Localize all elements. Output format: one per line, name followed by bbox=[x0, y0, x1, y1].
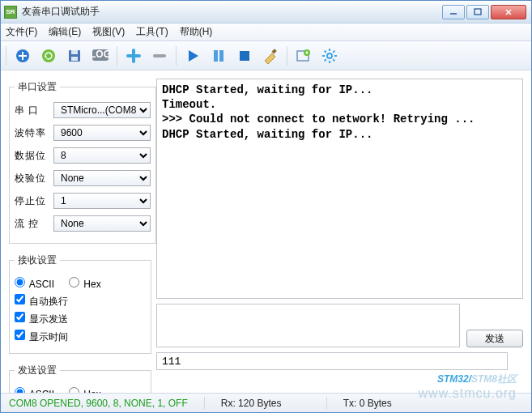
parity-label: 校验位 bbox=[15, 172, 50, 185]
minus-icon[interactable] bbox=[148, 45, 171, 67]
flow-label: 流 控 bbox=[15, 217, 50, 231]
stop-label: 停止位 bbox=[15, 194, 50, 208]
menu-file[interactable]: 文件(F) bbox=[6, 25, 37, 39]
minimize-button[interactable] bbox=[442, 5, 465, 19]
baud-label: 波特率 bbox=[15, 126, 50, 140]
baud-select[interactable]: 9600 bbox=[53, 125, 151, 141]
menu-edit[interactable]: 编辑(E) bbox=[49, 25, 81, 39]
status-tx: Tx: 0 Bytes bbox=[343, 398, 432, 409]
rx-ascii-radio[interactable]: ASCII bbox=[15, 277, 54, 290]
data-select[interactable]: 8 bbox=[53, 147, 151, 164]
svg-rect-1 bbox=[475, 9, 481, 15]
auto-wrap-check[interactable]: 自动换行 bbox=[15, 294, 68, 309]
svg-line-23 bbox=[333, 59, 334, 61]
serial-legend: 串口设置 bbox=[15, 80, 60, 94]
menu-help[interactable]: 帮助(H) bbox=[180, 25, 213, 39]
svg-rect-7 bbox=[71, 50, 78, 54]
toolbar: LOG bbox=[1, 41, 531, 70]
port-label: 串 口 bbox=[15, 104, 50, 117]
rx-log-area[interactable]: DHCP Started, waiting for IP... Timeout.… bbox=[156, 79, 523, 299]
log-icon[interactable]: LOG bbox=[89, 45, 112, 67]
menu-bar: 文件(F) 编辑(E) 视图(V) 工具(T) 帮助(H) bbox=[1, 23, 531, 41]
save-icon[interactable] bbox=[63, 45, 86, 67]
show-send-check[interactable]: 显示发送 bbox=[15, 312, 68, 326]
tx-inline-input[interactable] bbox=[156, 352, 508, 370]
stop-icon[interactable] bbox=[233, 45, 256, 67]
svg-rect-13 bbox=[240, 51, 249, 61]
svg-rect-12 bbox=[219, 50, 223, 62]
close-button[interactable] bbox=[491, 5, 526, 19]
rx-legend: 接收设置 bbox=[15, 253, 60, 267]
port-select[interactable]: STMicro...(COM8 bbox=[53, 102, 151, 118]
add-port-icon[interactable] bbox=[11, 45, 34, 67]
svg-text:LOG: LOG bbox=[92, 49, 109, 60]
parity-select[interactable]: None bbox=[53, 170, 151, 186]
play-icon[interactable] bbox=[181, 45, 204, 67]
svg-line-24 bbox=[325, 59, 326, 61]
tx-text-area[interactable] bbox=[156, 304, 460, 347]
status-connection: COM8 OPENED, 9600, 8, NONE, 1, OFF bbox=[9, 398, 188, 409]
settings-icon[interactable] bbox=[318, 45, 341, 67]
title-bar: SR 友善串口调试助手 bbox=[1, 1, 531, 23]
new-window-icon[interactable] bbox=[292, 45, 315, 67]
stop-select[interactable]: 1 bbox=[53, 193, 151, 209]
refresh-icon[interactable] bbox=[37, 45, 60, 67]
status-rx: Rx: 120 Bytes bbox=[221, 398, 310, 409]
send-button[interactable]: 发送 bbox=[466, 330, 523, 347]
tx-legend: 发送设置 bbox=[15, 364, 60, 377]
svg-rect-11 bbox=[214, 50, 218, 62]
flow-select[interactable]: None bbox=[53, 215, 151, 232]
svg-rect-8 bbox=[71, 57, 78, 61]
svg-point-17 bbox=[327, 53, 332, 58]
plus-icon[interactable] bbox=[122, 45, 145, 67]
window-title: 友善串口调试助手 bbox=[22, 5, 442, 19]
show-time-check[interactable]: 显示时间 bbox=[15, 330, 68, 344]
menu-view[interactable]: 视图(V) bbox=[92, 25, 125, 39]
svg-line-22 bbox=[325, 50, 326, 52]
rx-hex-radio[interactable]: Hex bbox=[69, 277, 101, 290]
clear-icon[interactable] bbox=[259, 45, 282, 67]
menu-tool[interactable]: 工具(T) bbox=[136, 25, 168, 39]
data-label: 数据位 bbox=[15, 149, 50, 163]
pause-icon[interactable] bbox=[207, 45, 230, 67]
rx-settings-group: 接收设置 ASCII Hex 自动换行 显示发送 显示时间 bbox=[9, 253, 151, 354]
app-icon: SR bbox=[4, 6, 17, 19]
svg-point-5 bbox=[42, 49, 55, 62]
status-bar: COM8 OPENED, 9600, 8, NONE, 1, OFF Rx: 1… bbox=[1, 393, 531, 412]
svg-line-25 bbox=[333, 50, 334, 52]
serial-settings-group: 串口设置 串 口STMicro...(COM8 波特率9600 数据位8 校验位… bbox=[9, 80, 156, 244]
svg-rect-14 bbox=[271, 49, 276, 53]
maximize-button[interactable] bbox=[466, 5, 489, 19]
